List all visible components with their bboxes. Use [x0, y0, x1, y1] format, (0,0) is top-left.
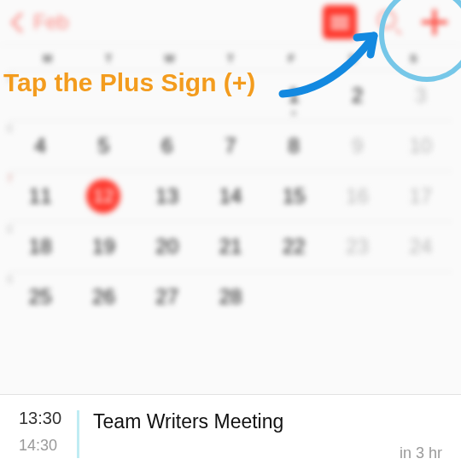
view-mode-button[interactable]	[323, 5, 357, 39]
event-start: 13:30	[19, 409, 61, 428]
day-cell[interactable]: 9	[325, 121, 388, 171]
week-number: 5	[7, 73, 13, 84]
nav-actions	[323, 5, 447, 39]
day-cell[interactable]: 24	[389, 222, 452, 271]
dow-label: M	[17, 52, 78, 65]
week-row: 818192021222324	[9, 221, 452, 271]
screen: { "annotation": { "caption": "Tap the Pl…	[0, 0, 461, 476]
dow-label: W	[139, 52, 200, 65]
day-cell[interactable]: 5	[72, 121, 135, 171]
back-label: Feb	[33, 10, 68, 34]
day-cell	[262, 272, 325, 322]
day-cell[interactable]: 2	[325, 71, 388, 120]
list-icon-line	[330, 26, 349, 29]
day-cell	[325, 272, 388, 322]
week-number: 6	[7, 123, 13, 135]
week-number: 7	[7, 173, 13, 185]
day-cell[interactable]: 8	[262, 121, 325, 171]
dow-label: S	[322, 52, 382, 65]
day-cell[interactable]: 23	[325, 222, 388, 271]
back-button[interactable]: Feb	[14, 10, 68, 34]
dow-label: T	[78, 52, 138, 65]
day-cell	[199, 71, 262, 120]
day-cell[interactable]: 7	[199, 121, 262, 171]
week-row: 711121314151617	[9, 171, 452, 221]
day-cell[interactable]: 19	[72, 222, 135, 271]
chevron-left-icon	[10, 12, 31, 32]
list-icon-line	[330, 21, 349, 24]
day-cell[interactable]: 1	[262, 71, 325, 120]
event-row[interactable]: 13:30 14:30 Team Writers Meeting in 3 hr	[0, 394, 461, 476]
day-cell[interactable]: 20	[136, 222, 199, 271]
day-cell	[72, 71, 135, 120]
day-cell[interactable]: 21	[199, 222, 262, 271]
day-cell[interactable]: 12	[72, 171, 135, 221]
week-row: 5123	[9, 70, 452, 120]
list-icon-line	[330, 16, 349, 19]
day-cell[interactable]: 26	[72, 272, 135, 322]
add-event-button[interactable]	[422, 9, 447, 35]
month-grid: 5123645678910711121314151617818192021222…	[0, 70, 461, 322]
week-number: 9	[7, 274, 13, 286]
week-row: 925262728	[9, 271, 452, 322]
day-cell[interactable]: 4	[9, 121, 72, 171]
dow-label: S	[383, 52, 444, 65]
day-cell	[9, 71, 72, 120]
event-end: 14:30	[19, 437, 61, 455]
dow-label: F	[261, 52, 322, 65]
day-cell[interactable]: 11	[9, 171, 72, 221]
day-cell[interactable]: 25	[9, 272, 72, 322]
day-cell	[389, 272, 452, 322]
day-cell[interactable]: 15	[262, 171, 325, 221]
day-cell[interactable]: 22	[262, 222, 325, 271]
event-times: 13:30 14:30	[19, 409, 61, 455]
dow-label: T	[200, 52, 260, 65]
day-cell[interactable]: 14	[199, 171, 262, 221]
selected-day: 12	[86, 179, 120, 213]
search-icon[interactable]	[377, 10, 401, 34]
day-cell[interactable]: 27	[136, 272, 199, 322]
day-cell[interactable]: 3	[389, 71, 452, 120]
event-relative-time: in 3 hr	[400, 444, 442, 462]
day-cell[interactable]: 28	[199, 272, 262, 322]
event-color-bar	[77, 410, 79, 458]
day-cell[interactable]: 18	[9, 222, 72, 271]
day-cell	[136, 71, 199, 120]
day-cell[interactable]: 16	[325, 171, 388, 221]
day-cell[interactable]: 10	[389, 121, 452, 171]
day-cell[interactable]: 6	[136, 121, 199, 171]
day-cell[interactable]: 17	[389, 171, 452, 221]
week-row: 645678910	[9, 120, 452, 171]
event-title: Team Writers Meeting	[93, 410, 442, 433]
day-of-week-header: M T W T F S S	[0, 45, 461, 70]
week-number: 8	[7, 223, 13, 235]
day-cell[interactable]: 13	[136, 171, 199, 221]
nav-bar: Feb	[0, 0, 461, 45]
